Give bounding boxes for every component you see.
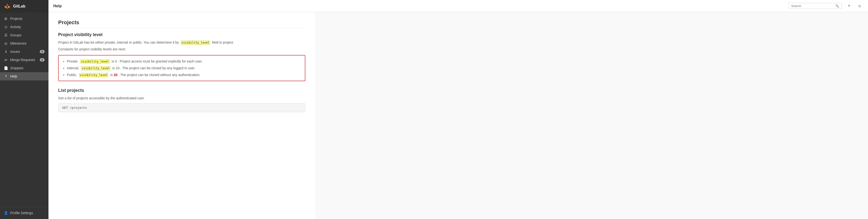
item-suffix: . The project can be cloned by any logge… xyxy=(120,66,195,70)
projects-icon: ⊞ xyxy=(4,17,8,21)
sidebar-item-issues[interactable]: ℹ Issues 0 xyxy=(0,48,49,56)
visibility-levels-box: Private. visibility_level is 0 . Project… xyxy=(58,55,305,81)
content-inner: Projects Project visibility level Projec… xyxy=(49,12,315,219)
main-area: Help 🔍 + ⎋ Projects Project visibility l… xyxy=(49,0,868,219)
item-mid: is xyxy=(113,66,115,70)
projects-section: Projects Project visibility level Projec… xyxy=(58,20,305,81)
item-prefix: Internal. xyxy=(67,66,79,70)
list-item: Public. visibility_level is 20 . The pro… xyxy=(67,71,301,78)
intro-text-1: Project in GitLab has be either private,… xyxy=(58,40,179,44)
list-projects-text: Get a list of projects accessible by the… xyxy=(58,95,305,101)
sidebar-item-groups[interactable]: ☰ Groups xyxy=(0,31,49,39)
sidebar-item-merge-requests[interactable]: ⇄ Merge Requests 0 xyxy=(0,56,49,64)
list-item: Private. visibility_level is 0 . Project… xyxy=(67,58,301,65)
sidebar-item-projects[interactable]: ⊞ Projects xyxy=(0,14,49,23)
search-input[interactable] xyxy=(791,4,834,8)
topbar: Help 🔍 + ⎋ xyxy=(49,0,868,12)
item-suffix: . Project access must be granted explici… xyxy=(118,59,202,63)
svg-marker-0 xyxy=(6,3,8,6)
list-projects-code: GET /projects xyxy=(58,103,305,112)
list-item: Internal. visibility_level is 10 . The p… xyxy=(67,65,301,71)
sidebar-item-label: Issues xyxy=(10,50,20,54)
sidebar-item-label: Milestones xyxy=(10,41,26,45)
activity-icon: ◷ xyxy=(4,25,8,29)
intro-text-2: field in project. xyxy=(212,40,234,44)
sidebar-nav: ⊞ Projects ◷ Activity ☰ Groups ◎ Milesto… xyxy=(0,12,49,207)
sidebar-item-activity[interactable]: ◷ Activity xyxy=(0,23,49,31)
sidebar-item-label: Snippets xyxy=(10,66,23,70)
sidebar-item-help[interactable]: ? Help xyxy=(0,72,49,81)
gitlab-logo xyxy=(3,2,11,10)
sidebar-brand-name: GitLab xyxy=(13,4,26,8)
page-title: Help xyxy=(53,4,785,8)
issues-icon: ℹ xyxy=(4,50,8,54)
search-icon: 🔍 xyxy=(835,4,839,8)
sidebar: GitLab ⊞ Projects ◷ Activity ☰ Groups ◎ … xyxy=(0,0,49,219)
sidebar-header: GitLab xyxy=(0,0,49,12)
item-value: 0 xyxy=(115,59,117,63)
sidebar-item-snippets[interactable]: 📄 Snippets xyxy=(0,64,49,72)
snippets-icon: 📄 xyxy=(4,66,8,70)
sidebar-item-milestones[interactable]: ◎ Milestones xyxy=(0,39,49,48)
add-button[interactable]: + xyxy=(846,3,852,9)
subsection-title: Project visibility level xyxy=(58,32,305,37)
merge-requests-icon: ⇄ xyxy=(4,58,8,62)
profile-icon: 👤 xyxy=(4,211,8,215)
list-projects-section: List projects Get a list of projects acc… xyxy=(58,88,305,112)
groups-icon: ☰ xyxy=(4,33,8,37)
intro-paragraph: Project in GitLab has be either private,… xyxy=(58,40,305,45)
constants-text: Constants for project visibility levels … xyxy=(58,46,305,52)
content-area: Projects Project visibility level Projec… xyxy=(49,12,868,219)
signout-button[interactable]: ⎋ xyxy=(856,3,863,9)
item-suffix: . The project can be cloned without any … xyxy=(119,73,200,77)
visibility-code: visibility_level xyxy=(79,73,108,77)
visibility-code: visibility_level xyxy=(80,59,110,64)
visibility-level-code: visibility_level xyxy=(181,40,210,45)
item-prefix: Public. xyxy=(67,73,77,77)
sidebar-item-label: Groups xyxy=(10,33,21,37)
item-value: 10 xyxy=(116,66,120,70)
sidebar-item-label: Profile Settings xyxy=(10,211,33,215)
item-mid: is xyxy=(110,73,113,77)
sidebar-item-label: Merge Requests xyxy=(10,58,35,62)
issues-badge: 0 xyxy=(40,50,44,53)
sidebar-item-label: Activity xyxy=(10,25,21,29)
sidebar-item-label: Projects xyxy=(10,17,23,21)
list-projects-title: List projects xyxy=(58,88,305,93)
visibility-code: visibility_level xyxy=(81,66,111,70)
item-prefix: Private. xyxy=(67,59,78,63)
sidebar-item-label: Help xyxy=(10,74,17,78)
item-value: 20 xyxy=(114,73,118,77)
milestones-icon: ◎ xyxy=(4,41,8,45)
sidebar-item-profile-settings[interactable]: 👤 Profile Settings xyxy=(0,209,49,217)
help-icon: ? xyxy=(4,74,8,78)
search-box[interactable]: 🔍 xyxy=(788,3,842,9)
merge-requests-badge: 0 xyxy=(40,58,44,62)
item-mid: is xyxy=(112,59,114,63)
section-title: Projects xyxy=(58,20,305,28)
sidebar-bottom: 👤 Profile Settings xyxy=(0,207,49,219)
visibility-list: Private. visibility_level is 0 . Project… xyxy=(63,58,301,78)
